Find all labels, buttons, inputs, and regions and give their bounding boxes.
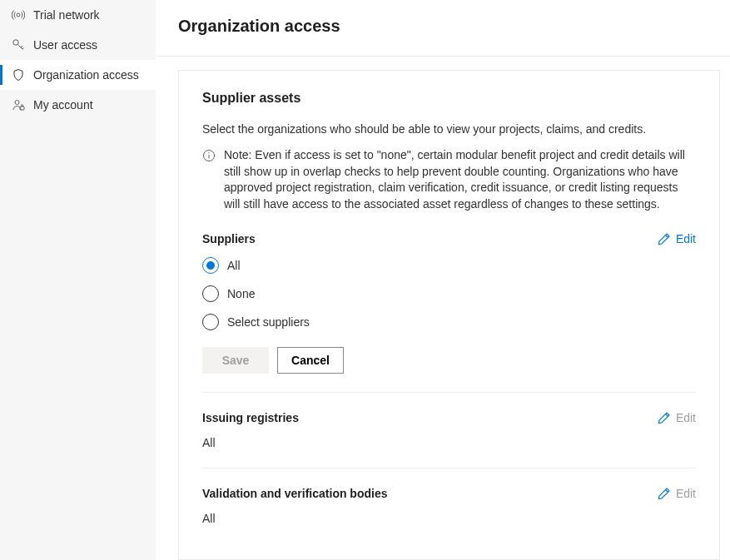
note-row: Note: Even if access is set to "none", c… [202, 147, 696, 212]
sidebar-item-trial-network[interactable]: Trial network [0, 0, 156, 30]
radio-label: All [227, 259, 241, 272]
card-container: Supplier assets Select the organizations… [156, 57, 730, 560]
sidebar-item-label: Trial network [33, 8, 100, 22]
vvb-title: Validation and verification bodies [202, 487, 388, 500]
radio-label: None [227, 287, 255, 300]
edit-label: Edit [676, 487, 696, 500]
pencil-icon [658, 232, 671, 245]
suppliers-title: Suppliers [202, 232, 256, 245]
sidebar-item-user-access[interactable]: User access [0, 30, 156, 60]
svg-point-2 [15, 101, 19, 105]
registries-title: Issuing registries [202, 411, 299, 424]
supplier-assets-card: Supplier assets Select the organizations… [178, 70, 720, 560]
cancel-button[interactable]: Cancel [277, 347, 344, 374]
sidebar-item-my-account[interactable]: My account [0, 90, 156, 120]
suppliers-section: Suppliers Edit All None [202, 232, 696, 393]
vvb-value: All [202, 512, 696, 525]
key-icon [12, 38, 25, 52]
edit-label: Edit [676, 232, 696, 245]
supplier-assets-description: Select the organizations who should be a… [202, 122, 696, 136]
svg-point-1 [13, 40, 18, 45]
edit-label: Edit [676, 411, 696, 424]
suppliers-radio-group: All None Select suppliers [202, 257, 696, 330]
shield-icon [12, 68, 25, 82]
sidebar: Trial network User access Organization a… [0, 0, 156, 560]
sidebar-item-label: Organization access [33, 68, 139, 82]
svg-point-0 [17, 13, 20, 17]
registries-value: All [202, 436, 696, 449]
info-icon [202, 149, 216, 162]
sidebar-item-label: My account [33, 98, 93, 112]
page-header: Organization access [156, 0, 730, 57]
radio-circle [202, 314, 219, 330]
vvb-section: Validation and verification bodies Edit … [202, 487, 696, 543]
radio-none[interactable]: None [202, 285, 696, 302]
radio-circle [202, 285, 219, 302]
pencil-icon [658, 411, 671, 424]
person-icon [12, 98, 25, 112]
suppliers-edit-link[interactable]: Edit [658, 232, 696, 245]
svg-point-6 [208, 152, 209, 153]
sidebar-item-label: User access [33, 38, 97, 52]
radio-circle [202, 257, 219, 274]
page-title: Organization access [178, 17, 708, 36]
radio-label: Select suppliers [227, 315, 310, 329]
note-text: Note: Even if access is set to "none", c… [224, 147, 696, 212]
radio-select-suppliers[interactable]: Select suppliers [202, 314, 696, 330]
supplier-assets-title: Supplier assets [202, 91, 696, 106]
vvb-edit-link[interactable]: Edit [658, 487, 696, 500]
button-row: Save Cancel [202, 347, 696, 374]
sidebar-item-organization-access[interactable]: Organization access [0, 60, 156, 90]
pencil-icon [658, 487, 671, 500]
registries-edit-link[interactable]: Edit [658, 411, 696, 424]
registries-section: Issuing registries Edit All [202, 411, 696, 468]
radio-all[interactable]: All [202, 257, 696, 274]
main-content: Organization access Supplier assets Sele… [156, 0, 730, 560]
broadcast-icon [12, 8, 25, 22]
save-button[interactable]: Save [202, 347, 269, 374]
